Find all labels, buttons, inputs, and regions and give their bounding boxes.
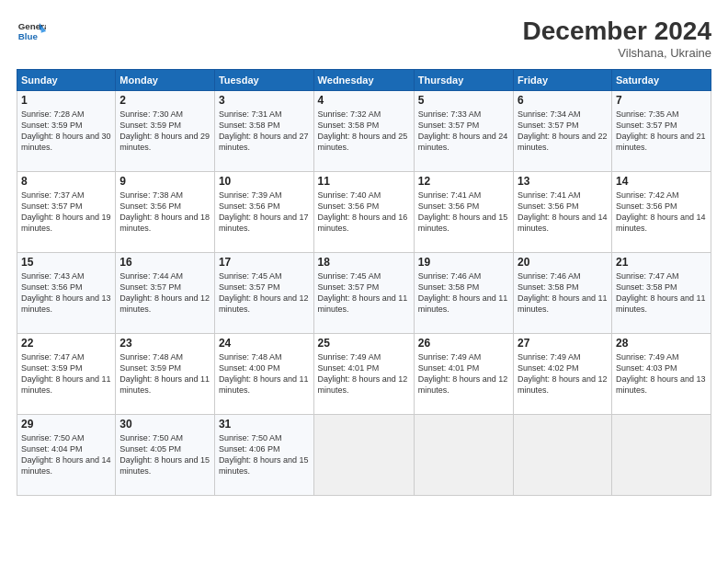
day-detail: Sunrise: 7:38 AMSunset: 3:56 PMDaylight:… [119, 190, 210, 235]
day-number: 9 [119, 175, 210, 188]
table-row [514, 415, 612, 496]
col-wednesday: Wednesday [313, 70, 414, 91]
day-number: 5 [418, 94, 509, 107]
table-row: 25 Sunrise: 7:49 AMSunset: 4:01 PMDaylig… [313, 334, 414, 415]
day-detail: Sunrise: 7:49 AMSunset: 4:02 PMDaylight:… [518, 351, 608, 396]
day-detail: Sunrise: 7:48 AMSunset: 3:59 PMDaylight:… [119, 351, 210, 396]
table-row: 30 Sunrise: 7:50 AMSunset: 4:05 PMDaylig… [116, 415, 215, 496]
day-number: 31 [219, 418, 310, 431]
day-detail: Sunrise: 7:44 AMSunset: 3:57 PMDaylight:… [119, 270, 210, 316]
table-row: 1 Sunrise: 7:28 AMSunset: 3:59 PMDayligh… [17, 91, 116, 172]
table-row: 20 Sunrise: 7:46 AMSunset: 3:58 PMDaylig… [514, 253, 612, 334]
table-row: 27 Sunrise: 7:49 AMSunset: 4:02 PMDaylig… [514, 334, 612, 415]
day-detail: Sunrise: 7:45 AMSunset: 3:57 PMDaylight:… [219, 270, 310, 316]
day-number: 14 [616, 175, 707, 188]
day-detail: Sunrise: 7:46 AMSunset: 3:58 PMDaylight:… [518, 270, 608, 316]
day-number: 19 [418, 256, 509, 269]
day-detail: Sunrise: 7:30 AMSunset: 3:59 PMDaylight:… [119, 109, 210, 154]
day-detail: Sunrise: 7:33 AMSunset: 3:57 PMDaylight:… [418, 109, 509, 154]
day-detail: Sunrise: 7:28 AMSunset: 3:59 PMDaylight:… [21, 109, 111, 154]
day-number: 24 [219, 337, 310, 350]
day-detail: Sunrise: 7:50 AMSunset: 4:04 PMDaylight:… [21, 432, 111, 477]
table-row: 13 Sunrise: 7:41 AMSunset: 3:56 PMDaylig… [514, 172, 612, 253]
table-row: 7 Sunrise: 7:35 AMSunset: 3:57 PMDayligh… [611, 91, 711, 172]
day-number: 13 [518, 175, 608, 188]
day-detail: Sunrise: 7:32 AMSunset: 3:58 PMDaylight:… [318, 109, 410, 154]
table-row: 6 Sunrise: 7:34 AMSunset: 3:57 PMDayligh… [514, 91, 612, 172]
day-number: 27 [518, 337, 608, 350]
table-row: 10 Sunrise: 7:39 AMSunset: 3:56 PMDaylig… [214, 172, 313, 253]
day-detail: Sunrise: 7:39 AMSunset: 3:56 PMDaylight:… [219, 190, 310, 235]
table-row: 4 Sunrise: 7:32 AMSunset: 3:58 PMDayligh… [313, 91, 414, 172]
calendar-header-row: Sunday Monday Tuesday Wednesday Thursday… [17, 70, 711, 91]
day-detail: Sunrise: 7:50 AMSunset: 4:05 PMDaylight:… [119, 432, 210, 477]
col-tuesday: Tuesday [214, 70, 313, 91]
table-row: 19 Sunrise: 7:46 AMSunset: 3:58 PMDaylig… [414, 253, 513, 334]
day-number: 17 [219, 256, 310, 269]
table-row: 29 Sunrise: 7:50 AMSunset: 4:04 PMDaylig… [17, 415, 116, 496]
table-row: 21 Sunrise: 7:47 AMSunset: 3:58 PMDaylig… [611, 253, 711, 334]
day-number: 11 [318, 175, 410, 188]
day-detail: Sunrise: 7:49 AMSunset: 4:01 PMDaylight:… [418, 351, 509, 396]
day-number: 22 [21, 337, 111, 350]
location-subtitle: Vilshana, Ukraine [523, 46, 711, 60]
day-number: 4 [318, 94, 410, 107]
day-detail: Sunrise: 7:41 AMSunset: 3:56 PMDaylight:… [518, 190, 608, 235]
table-row: 9 Sunrise: 7:38 AMSunset: 3:56 PMDayligh… [116, 172, 215, 253]
table-row: 28 Sunrise: 7:49 AMSunset: 4:03 PMDaylig… [611, 334, 711, 415]
day-number: 18 [318, 256, 410, 269]
table-row [611, 415, 711, 496]
day-detail: Sunrise: 7:47 AMSunset: 3:59 PMDaylight:… [21, 351, 111, 396]
calendar-week-row: 8 Sunrise: 7:37 AMSunset: 3:57 PMDayligh… [17, 172, 711, 253]
table-row: 16 Sunrise: 7:44 AMSunset: 3:57 PMDaylig… [116, 253, 215, 334]
table-row: 23 Sunrise: 7:48 AMSunset: 3:59 PMDaylig… [116, 334, 215, 415]
day-number: 21 [616, 256, 707, 269]
day-detail: Sunrise: 7:41 AMSunset: 3:56 PMDaylight:… [418, 190, 509, 235]
table-row: 22 Sunrise: 7:47 AMSunset: 3:59 PMDaylig… [17, 334, 116, 415]
table-row: 8 Sunrise: 7:37 AMSunset: 3:57 PMDayligh… [17, 172, 116, 253]
day-detail: Sunrise: 7:49 AMSunset: 4:01 PMDaylight:… [318, 351, 410, 396]
day-number: 2 [119, 94, 210, 107]
day-number: 6 [518, 94, 608, 107]
table-row: 5 Sunrise: 7:33 AMSunset: 3:57 PMDayligh… [414, 91, 513, 172]
day-detail: Sunrise: 7:42 AMSunset: 3:56 PMDaylight:… [616, 190, 707, 235]
day-number: 3 [219, 94, 310, 107]
month-title: December 2024 [523, 17, 711, 46]
col-friday: Friday [514, 70, 612, 91]
day-number: 12 [418, 175, 509, 188]
table-row: 2 Sunrise: 7:30 AMSunset: 3:59 PMDayligh… [116, 91, 215, 172]
day-detail: Sunrise: 7:40 AMSunset: 3:56 PMDaylight:… [318, 190, 410, 235]
day-number: 10 [219, 175, 310, 188]
day-number: 20 [518, 256, 608, 269]
logo-icon: General Blue [17, 17, 46, 46]
day-detail: Sunrise: 7:48 AMSunset: 4:00 PMDaylight:… [219, 351, 310, 396]
calendar-page: General Blue December 2024 Vilshana, Ukr… [0, 0, 728, 563]
day-number: 25 [318, 337, 410, 350]
title-block: December 2024 Vilshana, Ukraine [523, 17, 711, 60]
calendar-week-row: 22 Sunrise: 7:47 AMSunset: 3:59 PMDaylig… [17, 334, 711, 415]
day-detail: Sunrise: 7:35 AMSunset: 3:57 PMDaylight:… [616, 109, 707, 154]
table-row: 18 Sunrise: 7:45 AMSunset: 3:57 PMDaylig… [313, 253, 414, 334]
day-number: 29 [21, 418, 111, 431]
calendar-week-row: 1 Sunrise: 7:28 AMSunset: 3:59 PMDayligh… [17, 91, 711, 172]
day-detail: Sunrise: 7:31 AMSunset: 3:58 PMDaylight:… [219, 109, 310, 154]
day-detail: Sunrise: 7:43 AMSunset: 3:56 PMDaylight:… [21, 270, 111, 316]
logo: General Blue [17, 17, 46, 46]
day-number: 26 [418, 337, 509, 350]
table-row: 17 Sunrise: 7:45 AMSunset: 3:57 PMDaylig… [214, 253, 313, 334]
day-detail: Sunrise: 7:49 AMSunset: 4:03 PMDaylight:… [616, 351, 707, 396]
table-row: 26 Sunrise: 7:49 AMSunset: 4:01 PMDaylig… [414, 334, 513, 415]
table-row: 24 Sunrise: 7:48 AMSunset: 4:00 PMDaylig… [214, 334, 313, 415]
page-header: General Blue December 2024 Vilshana, Ukr… [17, 17, 711, 60]
day-number: 8 [21, 175, 111, 188]
day-detail: Sunrise: 7:46 AMSunset: 3:58 PMDaylight:… [418, 270, 509, 316]
table-row [414, 415, 513, 496]
day-number: 30 [119, 418, 210, 431]
col-saturday: Saturday [611, 70, 711, 91]
table-row: 12 Sunrise: 7:41 AMSunset: 3:56 PMDaylig… [414, 172, 513, 253]
day-detail: Sunrise: 7:47 AMSunset: 3:58 PMDaylight:… [616, 270, 707, 316]
table-row: 3 Sunrise: 7:31 AMSunset: 3:58 PMDayligh… [214, 91, 313, 172]
day-detail: Sunrise: 7:34 AMSunset: 3:57 PMDaylight:… [518, 109, 608, 154]
table-row: 14 Sunrise: 7:42 AMSunset: 3:56 PMDaylig… [611, 172, 711, 253]
day-detail: Sunrise: 7:50 AMSunset: 4:06 PMDaylight:… [219, 432, 310, 477]
